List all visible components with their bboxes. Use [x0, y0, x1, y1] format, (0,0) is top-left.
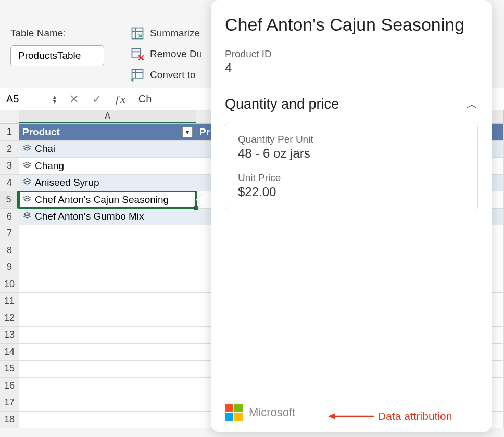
data-type-card: Chef Anton's Cajun Seasoning Product ID … — [211, 0, 492, 432]
row-header-4[interactable]: 4 — [0, 175, 19, 192]
product-id-value: 4 — [225, 61, 478, 75]
table-header-product-text: Product — [22, 126, 60, 138]
cell-a15[interactable] — [19, 361, 196, 377]
card-pointer — [196, 194, 203, 206]
convert-range-label: Convert to — [150, 69, 196, 81]
quantity-price-title: Quantity and price — [225, 96, 339, 112]
x-icon: ✕ — [69, 93, 79, 106]
row-header-18[interactable]: 18 — [0, 412, 19, 429]
cell-a3-text: Chang — [35, 160, 64, 172]
price-field: Unit Price $22.00 — [238, 172, 465, 199]
cell-a2[interactable]: Chai — [19, 141, 196, 158]
name-box[interactable]: A5 ▲▼ — [0, 88, 62, 110]
cell-a2-text: Chai — [35, 143, 55, 155]
datatype-icon — [22, 195, 32, 204]
row-header-15[interactable]: 15 — [0, 361, 19, 378]
convert-to-range-button[interactable]: Convert to — [130, 68, 202, 82]
product-id-label: Product ID — [225, 48, 478, 60]
column-header-a[interactable]: A — [19, 110, 196, 123]
summarize-label: Summarize — [150, 28, 200, 39]
row-header-7[interactable]: 7 — [0, 225, 19, 242]
pivot-icon — [130, 26, 145, 41]
table-name-input[interactable] — [10, 45, 104, 66]
fill-handle[interactable] — [194, 206, 198, 210]
table-header-next-text: Pr — [199, 126, 210, 138]
svg-marker-11 — [328, 413, 335, 419]
quantity-price-section-body: Quantity Per Unit 48 - 6 oz jars Unit Pr… — [225, 122, 478, 211]
row-header-2[interactable]: 2 — [0, 141, 19, 158]
filter-button[interactable]: ▼ — [182, 127, 193, 137]
card-title: Chef Anton's Cajun Seasoning — [225, 15, 478, 35]
fx-button[interactable]: ƒx — [108, 93, 132, 106]
table-tools-group: Summarize Remove Du Convert to — [130, 4, 202, 81]
row-header-6[interactable]: 6 — [0, 209, 19, 226]
svg-rect-7 — [132, 70, 143, 78]
annotation-text: Data attribution — [378, 410, 452, 422]
row-header-12[interactable]: 12 — [0, 310, 19, 327]
row-headers: 1 2 3 4 5 6 7 8 9 10 11 12 13 14 15 16 1… — [0, 110, 19, 428]
cell-a12[interactable] — [19, 310, 196, 327]
qpu-label: Quantity Per Unit — [238, 134, 465, 145]
formula-input[interactable]: Ch — [132, 93, 152, 105]
row-header-17[interactable]: 17 — [0, 394, 19, 412]
row-header-8[interactable]: 8 — [0, 242, 19, 260]
cell-a17[interactable] — [19, 394, 196, 411]
remove-duplicates-label: Remove Du — [150, 48, 202, 60]
cell-a13[interactable] — [19, 327, 196, 343]
cell-a4-text: Aniseed Syrup — [35, 177, 99, 188]
cell-a14[interactable] — [19, 344, 196, 361]
name-box-value: A5 — [6, 93, 19, 105]
chevron-up-icon: ︿ — [467, 97, 478, 112]
cell-a7[interactable] — [19, 225, 196, 242]
row-header-16[interactable]: 16 — [0, 378, 19, 395]
cell-a6-text: Chef Anton's Gumbo Mix — [35, 211, 144, 222]
datatype-icon — [22, 144, 32, 153]
row-header-13[interactable]: 13 — [0, 327, 19, 344]
price-label: Unit Price — [238, 172, 465, 184]
row-header-9[interactable]: 9 — [0, 259, 19, 276]
table-name-label: Table Name: — [10, 28, 104, 39]
table-name-group: Table Name: — [10, 4, 104, 81]
row-header-14[interactable]: 14 — [0, 344, 19, 361]
row-header-5[interactable]: 5 — [0, 191, 19, 209]
cell-a3[interactable]: Chang — [19, 158, 196, 174]
cell-a5[interactable]: Chef Anton's Cajun Seasoning — [19, 191, 196, 208]
cell-a9[interactable] — [19, 259, 196, 276]
annotation-callout: Data attribution — [328, 410, 452, 422]
datatype-icon — [22, 161, 32, 171]
cancel-button[interactable]: ✕ — [62, 88, 85, 110]
table-header-product[interactable]: Product ▼ — [19, 124, 196, 140]
row-header-11[interactable]: 11 — [0, 293, 19, 310]
row-header-10[interactable]: 10 — [0, 276, 19, 293]
select-all-corner[interactable] — [0, 110, 19, 124]
check-icon: ✓ — [92, 93, 102, 106]
qpu-field: Quantity Per Unit 48 - 6 oz jars — [238, 134, 465, 161]
convert-range-icon — [130, 68, 145, 82]
product-id-field: Product ID 4 — [225, 48, 478, 75]
attribution-text: Microsoft — [249, 406, 295, 419]
quantity-price-section-header[interactable]: Quantity and price ︿ — [225, 96, 478, 112]
cell-a4[interactable]: Aniseed Syrup — [19, 175, 196, 191]
cell-a18[interactable] — [19, 412, 196, 428]
price-value: $22.00 — [238, 185, 465, 199]
datatype-icon — [22, 178, 32, 187]
summarize-pivot-button[interactable]: Summarize — [130, 26, 202, 41]
qpu-value: 48 - 6 oz jars — [238, 146, 465, 161]
cell-a16[interactable] — [19, 378, 196, 394]
cell-a10[interactable] — [19, 276, 196, 293]
remove-duplicates-button[interactable]: Remove Du — [130, 47, 202, 61]
remove-duplicates-icon — [130, 47, 145, 61]
name-box-spinner[interactable]: ▲▼ — [52, 95, 58, 104]
cell-a5-text: Chef Anton's Cajun Seasoning — [35, 194, 169, 205]
cell-a8[interactable] — [19, 242, 196, 259]
enter-button[interactable]: ✓ — [85, 88, 108, 110]
row-header-3[interactable]: 3 — [0, 158, 19, 175]
datatype-icon — [22, 212, 32, 221]
cell-a6[interactable]: Chef Anton's Gumbo Mix — [19, 209, 196, 225]
arrow-left-icon — [328, 411, 375, 421]
row-header-1[interactable]: 1 — [0, 124, 19, 141]
microsoft-logo-icon — [225, 404, 243, 421]
cell-a11[interactable] — [19, 293, 196, 310]
